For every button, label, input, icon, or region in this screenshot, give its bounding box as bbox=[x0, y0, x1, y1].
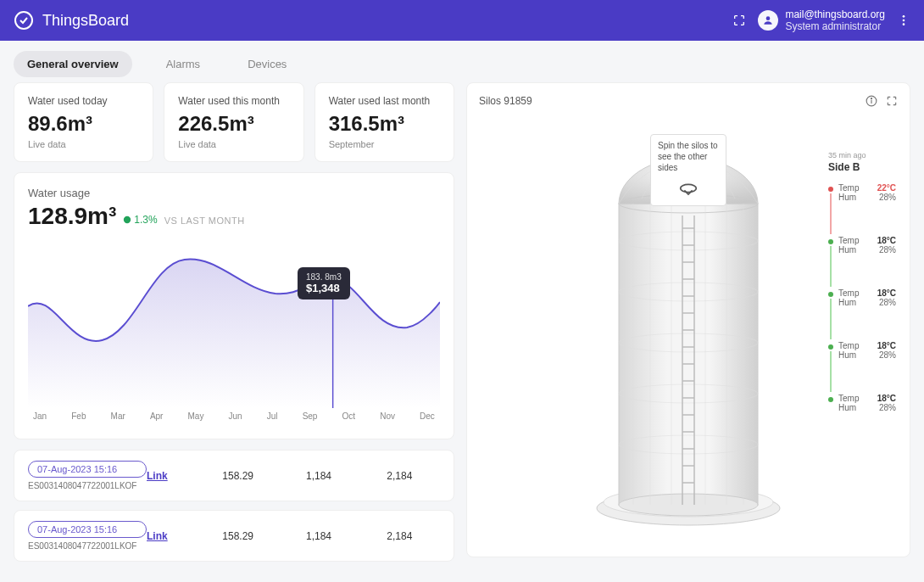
data-table: 07-Aug-2023 15:16 ES0031408047722001LKOF… bbox=[14, 450, 454, 562]
right-column: Silos 91859 Spin the silos to see the ot… bbox=[466, 82, 910, 562]
tab-devices[interactable]: Devices bbox=[234, 51, 300, 77]
stat-card-month: Water used this month 226.5m³ Live data bbox=[164, 82, 303, 162]
svg-point-1 bbox=[766, 16, 771, 20]
info-icon[interactable] bbox=[866, 95, 877, 107]
sensor-reading: Temp22°C Hum28% bbox=[828, 183, 896, 202]
table-row: 07-Aug-2023 15:16 ES0031408047722001LKOF… bbox=[14, 510, 454, 562]
row-val-1: 158.29 bbox=[198, 530, 278, 542]
sensor-reading: Temp18°C Hum28% bbox=[828, 236, 896, 255]
main-content: Water used today 89.6m³ Live data Water … bbox=[0, 82, 924, 575]
header-left: ThingsBoard bbox=[14, 10, 129, 31]
sensor-reading: Temp18°C Hum28% bbox=[828, 394, 896, 412]
logo-icon bbox=[14, 10, 34, 31]
sensor-reading: Temp18°C Hum28% bbox=[828, 341, 896, 360]
tab-general-overview[interactable]: General overview bbox=[14, 51, 132, 77]
sensor-dot-icon bbox=[828, 397, 833, 402]
row-val-1: 158.29 bbox=[198, 470, 278, 482]
tab-alarms[interactable]: Alarms bbox=[153, 51, 214, 77]
stat-value: 89.6m³ bbox=[28, 112, 139, 136]
sensor-dot-icon bbox=[828, 292, 833, 297]
stat-label: Water used today bbox=[28, 95, 139, 107]
spin-hint-tooltip: Spin the silos to see the other sides bbox=[650, 134, 726, 206]
brand-name: ThingsBoard bbox=[42, 12, 129, 30]
person-icon bbox=[762, 14, 774, 26]
sensor-bar bbox=[830, 351, 832, 392]
x-axis-labels: Jan Feb Mar Apr May Jun Jul Sep Oct Nov … bbox=[28, 411, 440, 421]
tooltip-top: 183. 8m3 bbox=[306, 272, 342, 282]
account-block[interactable]: mail@thingsboard.org System administrato… bbox=[758, 8, 885, 33]
account-text: mail@thingsboard.org System administrato… bbox=[785, 8, 885, 33]
usage-header-row: 128.9m³ 1.3% VS LAST MONTH bbox=[28, 203, 440, 230]
silo-card: Silos 91859 Spin the silos to see the ot… bbox=[466, 82, 910, 557]
stat-label: Water used last month bbox=[329, 95, 440, 107]
svg-point-14 bbox=[619, 494, 758, 516]
rotate-cursor-icon bbox=[676, 176, 700, 200]
row-val-2: 1,184 bbox=[278, 470, 359, 482]
sensor-dot-icon bbox=[828, 239, 833, 244]
left-column: Water used today 89.6m³ Live data Water … bbox=[14, 82, 454, 562]
silo-header: Silos 91859 bbox=[479, 95, 898, 107]
more-vert-icon[interactable] bbox=[897, 14, 910, 27]
chart-tooltip: 183. 8m3 $1,348 bbox=[298, 267, 350, 299]
sensor-reading: Temp18°C Hum28% bbox=[828, 288, 896, 307]
svg-point-4 bbox=[903, 23, 905, 25]
svg-point-2 bbox=[903, 15, 905, 18]
fullscreen-icon[interactable] bbox=[886, 95, 898, 107]
sensor-bar bbox=[830, 193, 832, 234]
row-meta: 07-Aug-2023 15:16 ES0031408047722001LKOF bbox=[28, 461, 147, 490]
row-id: ES0031408047722001LKOF bbox=[28, 481, 147, 490]
water-usage-card: Water usage 128.9m³ 1.3% VS LAST MONTH bbox=[14, 172, 454, 439]
chart-area[interactable]: 183. 8m3 $1,348 Jan Feb Mar Apr May Jun … bbox=[28, 238, 440, 425]
trend-up-icon bbox=[123, 215, 131, 224]
row-val-2: 1,184 bbox=[278, 530, 359, 542]
table-row: 07-Aug-2023 15:16 ES0031408047722001LKOF… bbox=[14, 450, 454, 501]
sensor-side: Side B bbox=[828, 161, 896, 173]
usage-title: Water usage bbox=[28, 187, 440, 199]
row-meta: 07-Aug-2023 15:16 ES0031408047722001LKOF bbox=[28, 521, 147, 551]
tooltip-main: $1,348 bbox=[306, 282, 342, 294]
svg-point-0 bbox=[15, 12, 32, 29]
stat-label: Water used this month bbox=[178, 95, 289, 107]
sensor-list: Temp22°C Hum28% Temp18°C Hum28% bbox=[828, 183, 896, 412]
stat-row: Water used today 89.6m³ Live data Water … bbox=[14, 82, 454, 162]
silo-body: Spin the silos to see the other sides bbox=[479, 114, 898, 538]
stat-sub: September bbox=[329, 139, 440, 149]
usage-compare: VS LAST MONTH bbox=[164, 215, 245, 226]
account-email: mail@thingsboard.org bbox=[785, 8, 885, 20]
usage-delta: 1.3% bbox=[123, 214, 157, 226]
account-role: System administrator bbox=[785, 20, 885, 32]
row-link[interactable]: Link bbox=[147, 470, 198, 482]
row-id: ES0031408047722001LKOF bbox=[28, 541, 147, 551]
sensor-dot-icon bbox=[828, 187, 833, 192]
avatar bbox=[758, 10, 778, 31]
usage-value: 128.9m³ bbox=[28, 203, 116, 230]
svg-rect-13 bbox=[619, 204, 758, 505]
svg-point-3 bbox=[903, 20, 905, 22]
stat-sub: Live data bbox=[28, 139, 139, 149]
stat-card-today: Water used today 89.6m³ Live data bbox=[14, 82, 153, 162]
row-val-3: 2,184 bbox=[359, 530, 440, 542]
date-badge: 07-Aug-2023 15:16 bbox=[28, 521, 147, 538]
row-link[interactable]: Link bbox=[147, 530, 198, 542]
tabs-bar: General overview Alarms Devices bbox=[0, 41, 924, 82]
header-right: mail@thingsboard.org System administrato… bbox=[732, 8, 910, 33]
sensor-dot-icon bbox=[828, 344, 833, 350]
sensor-bar bbox=[830, 299, 832, 339]
stat-card-last-month: Water used last month 316.5m³ September bbox=[314, 82, 454, 162]
silo-actions bbox=[866, 95, 898, 107]
date-badge: 07-Aug-2023 15:16 bbox=[28, 461, 147, 478]
sensor-bar bbox=[830, 246, 832, 287]
line-chart bbox=[28, 238, 440, 408]
svg-point-5 bbox=[124, 216, 131, 223]
app-header: ThingsBoard mail@thingsboard.org System … bbox=[0, 0, 924, 41]
sensor-time: 35 min ago bbox=[828, 151, 896, 159]
svg-point-10 bbox=[871, 98, 871, 99]
silo-title: Silos 91859 bbox=[479, 95, 532, 107]
row-val-3: 2,184 bbox=[359, 470, 440, 482]
stat-sub: Live data bbox=[178, 139, 289, 149]
sensor-panel: 35 min ago Side B Temp22°C Hum28% Temp bbox=[823, 144, 901, 419]
stat-value: 226.5m³ bbox=[178, 112, 289, 136]
stat-value: 316.5m³ bbox=[329, 112, 440, 136]
fullscreen-icon[interactable] bbox=[732, 14, 746, 27]
